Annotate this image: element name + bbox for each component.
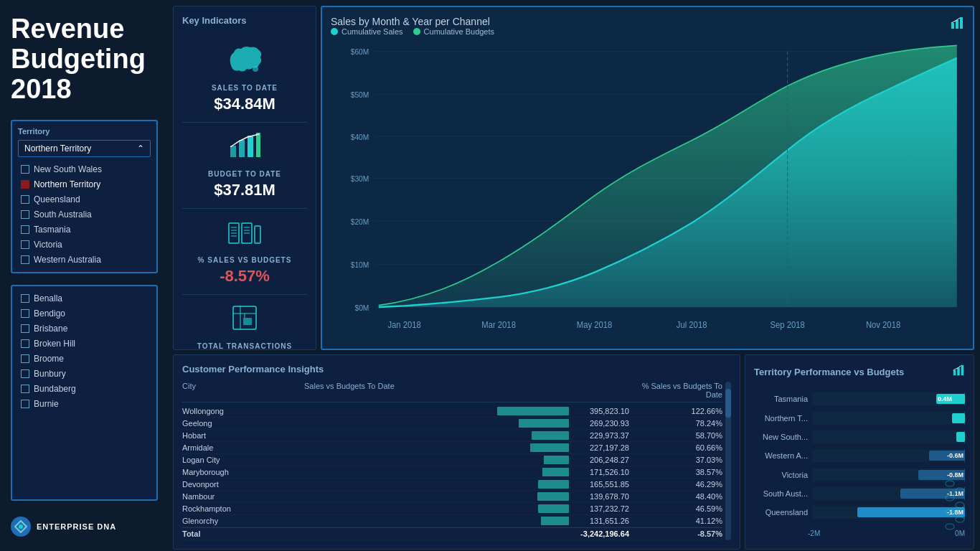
bar-nambour xyxy=(537,492,569,501)
bar-wollongong xyxy=(497,407,569,415)
territory-item-qld[interactable]: Queensland xyxy=(18,193,151,206)
table-row: Hobart 229,973.37 58.70% xyxy=(182,430,722,442)
city-item-bunbury[interactable]: Bunbury xyxy=(18,367,151,380)
bar-logan xyxy=(544,456,569,464)
bar-label-northern: Northern T... xyxy=(754,414,808,423)
territory-item-sa[interactable]: South Australia xyxy=(18,208,151,221)
dna-decoration xyxy=(944,476,966,537)
bar-label-newsouth: New South... xyxy=(754,433,808,441)
city-label-benalla: Benalla xyxy=(34,293,62,303)
bar-label-tasmania: Tasmania xyxy=(754,395,808,403)
territory-label-vic: Victoria xyxy=(34,240,62,250)
city-checkbox-bendigo[interactable] xyxy=(21,309,29,318)
territory-item-vic[interactable]: Victoria xyxy=(18,238,151,251)
key-indicators-panel: Key Indicators SALES TO DATE $34.84M xyxy=(173,6,316,350)
bottom-row: Customer Performance Insights City Sales… xyxy=(173,354,974,550)
svg-text:Sep 2018: Sep 2018 xyxy=(770,319,805,330)
city-checkbox-broken-hill[interactable] xyxy=(21,339,29,348)
territory-chart-xaxis: -2M 0M xyxy=(754,525,965,537)
svg-text:$0M: $0M xyxy=(354,303,369,312)
city-item-benalla[interactable]: Benalla xyxy=(18,292,151,305)
budget-icon-svg xyxy=(227,131,262,160)
customer-performance-panel: Customer Performance Insights City Sales… xyxy=(173,354,740,550)
territory-label-tas: Tasmania xyxy=(34,225,70,235)
bar-armidale xyxy=(530,443,569,452)
city-item-burnie[interactable]: Burnie xyxy=(18,397,151,410)
territory-checkbox-sa[interactable] xyxy=(21,210,29,219)
city-item-broken-hill[interactable]: Broken Hill xyxy=(18,337,151,350)
territory-label-sa: South Australia xyxy=(34,209,92,220)
table-row: Logan City 206,248.27 37.03% xyxy=(182,454,722,466)
svg-point-55 xyxy=(946,524,954,529)
city-item-bundaberg[interactable]: Bundaberg xyxy=(18,382,151,395)
bar-devonport xyxy=(538,480,569,489)
pct-sales-value: -8.57% xyxy=(220,267,270,286)
sidebar: Revenue Budgeting 2018 Territory Norther… xyxy=(0,0,169,551)
territory-item-tas[interactable]: Tasmania xyxy=(18,223,151,236)
city-checkbox-burnie[interactable] xyxy=(21,400,29,408)
city-item-bendigo[interactable]: Bendigo xyxy=(18,307,151,320)
legend-label-sales: Cumulative Sales xyxy=(341,27,403,36)
svg-rect-48 xyxy=(961,365,964,375)
territory-checkbox-wa[interactable] xyxy=(21,255,29,264)
territory-checkbox-qld[interactable] xyxy=(21,195,29,204)
city-checkbox-bundaberg[interactable] xyxy=(21,385,29,393)
table-row: Rockhampton 137,232.72 46.59% xyxy=(182,503,722,515)
dna-icon xyxy=(944,476,966,534)
svg-rect-3 xyxy=(230,146,236,157)
city-checkbox-brisbane[interactable] xyxy=(21,324,29,333)
sales-chart-title: Sales by Month & Year per Channel xyxy=(331,16,494,27)
total-tx-label: TOTAL TRANSACTIONS xyxy=(197,342,292,350)
territory-checkbox-vic[interactable] xyxy=(21,240,29,249)
city-item-broome[interactable]: Broome xyxy=(18,352,151,365)
territory-item-nt[interactable]: Northern Territory xyxy=(18,178,151,191)
svg-rect-6 xyxy=(256,133,260,157)
city-checkbox-benalla[interactable] xyxy=(21,294,29,303)
territory-item-nsw[interactable]: New South Wales xyxy=(18,163,151,176)
territory-checkbox-nt[interactable] xyxy=(21,180,29,189)
bar-label-queensland: Queensland xyxy=(754,508,808,517)
line-chart-svg: $60M $50M $40M $30M $20M $10M $0M Jan 20… xyxy=(331,43,964,340)
australia-svg xyxy=(223,42,266,77)
legend-dot-budgets xyxy=(413,28,420,35)
svg-text:Jul 2018: Jul 2018 xyxy=(677,319,707,330)
svg-rect-16 xyxy=(255,226,260,243)
city-checkbox-bunbury[interactable] xyxy=(21,369,29,378)
table-total-row: Total -3,242,196.64 -8.57% xyxy=(182,527,722,540)
scrollbar-thumb[interactable] xyxy=(725,389,731,418)
city-item-brisbane[interactable]: Brisbane xyxy=(18,322,151,335)
bar-rockhampton xyxy=(538,504,569,513)
svg-rect-20 xyxy=(243,318,252,325)
svg-rect-23 xyxy=(956,20,958,29)
territory-checkbox-tas[interactable] xyxy=(21,225,29,234)
key-indicators-title: Key Indicators xyxy=(182,15,307,26)
svg-rect-4 xyxy=(239,140,245,157)
territory-label-nsw: New South Wales xyxy=(34,164,102,174)
australia-map-icon xyxy=(223,42,266,84)
legend-cumulative-budgets: Cumulative Budgets xyxy=(413,27,494,36)
budget-to-date-block: BUDGET TO DATE $37.81M xyxy=(182,123,307,209)
svg-rect-24 xyxy=(960,17,963,29)
city-checkbox-broome[interactable] xyxy=(21,354,29,363)
territory-filter-box: Territory Northern Territory ⌃ New South… xyxy=(11,120,158,273)
bar-geelong xyxy=(519,419,569,428)
chart-expand-icon[interactable] xyxy=(950,16,964,34)
city-label-broome: Broome xyxy=(34,354,64,364)
enterprise-logo: ENTERPRISE DNA xyxy=(11,509,158,537)
territory-dropdown[interactable]: Northern Territory ⌃ xyxy=(18,140,151,157)
svg-text:$10M: $10M xyxy=(351,260,369,269)
svg-rect-46 xyxy=(953,370,956,375)
legend-dot-sales xyxy=(331,28,338,35)
bar-row-queensland: Queensland -1.8M xyxy=(754,506,965,519)
territory-item-wa[interactable]: Western Australia xyxy=(18,253,151,266)
territory-label-wa: Western Australia xyxy=(34,255,101,265)
table-scrollbar[interactable] xyxy=(725,382,731,540)
bar-glenorchy xyxy=(541,517,569,525)
bar-row-western: Western A... -0.6M xyxy=(754,449,965,462)
city-filter-list: Benalla Bendigo Brisbane Broken Hill Bro… xyxy=(11,285,158,501)
pct-sales-icon xyxy=(227,217,262,252)
customer-panel-title: Customer Performance Insights xyxy=(182,364,731,375)
budget-chart-icon xyxy=(227,131,262,166)
territory-chart-expand-icon[interactable] xyxy=(952,364,965,380)
territory-checkbox-nsw[interactable] xyxy=(21,165,29,174)
